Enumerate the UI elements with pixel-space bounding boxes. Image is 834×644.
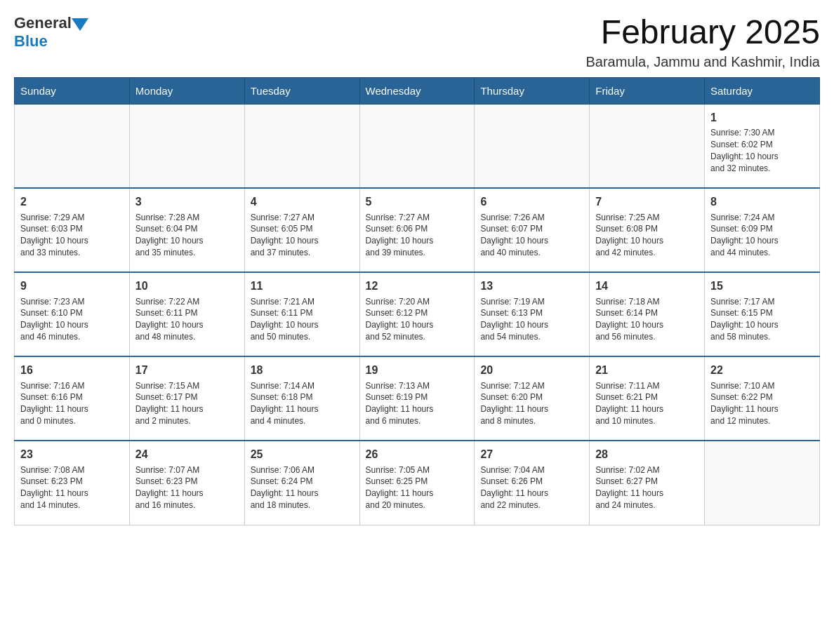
day-number: 18 — [251, 363, 354, 378]
day-number: 20 — [480, 363, 583, 378]
calendar-cell: 15Sunrise: 7:17 AM Sunset: 6:15 PM Dayli… — [705, 272, 820, 356]
day-number: 9 — [20, 279, 124, 294]
weekday-header-friday: Friday — [590, 77, 705, 104]
day-info: Sunrise: 7:19 AM Sunset: 6:13 PM Dayligh… — [480, 296, 583, 343]
day-info: Sunrise: 7:29 AM Sunset: 6:03 PM Dayligh… — [20, 212, 124, 259]
day-info: Sunrise: 7:05 AM Sunset: 6:25 PM Dayligh… — [366, 464, 469, 511]
day-info: Sunrise: 7:06 AM Sunset: 6:24 PM Dayligh… — [251, 464, 354, 511]
day-info: Sunrise: 7:16 AM Sunset: 6:16 PM Dayligh… — [20, 380, 124, 427]
logo-general: General — [14, 14, 72, 32]
day-info: Sunrise: 7:18 AM Sunset: 6:14 PM Dayligh… — [595, 296, 699, 343]
title-block: February 2025 Baramula, Jammu and Kashmi… — [586, 14, 821, 70]
day-number: 4 — [251, 194, 354, 210]
calendar-cell: 18Sunrise: 7:14 AM Sunset: 6:18 PM Dayli… — [244, 356, 359, 441]
day-info: Sunrise: 7:20 AM Sunset: 6:12 PM Dayligh… — [366, 296, 469, 343]
day-number: 7 — [595, 194, 699, 210]
day-number: 2 — [20, 194, 124, 210]
day-number: 5 — [366, 194, 469, 210]
day-number: 27 — [480, 447, 583, 462]
day-number: 24 — [135, 447, 239, 462]
day-number: 11 — [251, 279, 354, 294]
day-info: Sunrise: 7:23 AM Sunset: 6:10 PM Dayligh… — [20, 296, 124, 343]
calendar-cell: 6Sunrise: 7:26 AM Sunset: 6:07 PM Daylig… — [475, 188, 590, 272]
month-title: February 2025 — [586, 14, 821, 51]
weekday-header-tuesday: Tuesday — [244, 77, 359, 104]
day-info: Sunrise: 7:30 AM Sunset: 6:02 PM Dayligh… — [710, 127, 814, 174]
calendar-cell — [129, 104, 244, 188]
logo-blue: Blue — [14, 32, 48, 50]
day-number: 17 — [135, 363, 239, 378]
day-info: Sunrise: 7:14 AM Sunset: 6:18 PM Dayligh… — [251, 380, 354, 427]
day-info: Sunrise: 7:21 AM Sunset: 6:11 PM Dayligh… — [251, 296, 354, 343]
calendar-week-row: 2Sunrise: 7:29 AM Sunset: 6:03 PM Daylig… — [15, 188, 820, 272]
day-number: 6 — [480, 194, 583, 210]
weekday-header-monday: Monday — [129, 77, 244, 104]
day-info: Sunrise: 7:07 AM Sunset: 6:23 PM Dayligh… — [135, 464, 239, 511]
calendar-cell — [705, 441, 820, 525]
day-number: 15 — [710, 279, 814, 294]
calendar-week-row: 9Sunrise: 7:23 AM Sunset: 6:10 PM Daylig… — [15, 272, 820, 356]
day-info: Sunrise: 7:08 AM Sunset: 6:23 PM Dayligh… — [20, 464, 124, 511]
day-info: Sunrise: 7:04 AM Sunset: 6:26 PM Dayligh… — [480, 464, 583, 511]
page-header: General Blue February 2025 Baramula, Jam… — [14, 14, 820, 70]
day-info: Sunrise: 7:12 AM Sunset: 6:20 PM Dayligh… — [480, 380, 583, 427]
day-info: Sunrise: 7:28 AM Sunset: 6:04 PM Dayligh… — [135, 212, 239, 259]
calendar-cell: 16Sunrise: 7:16 AM Sunset: 6:16 PM Dayli… — [15, 356, 130, 441]
day-number: 16 — [20, 363, 124, 378]
day-number: 14 — [595, 279, 699, 294]
calendar-cell: 2Sunrise: 7:29 AM Sunset: 6:03 PM Daylig… — [15, 188, 130, 272]
calendar-cell: 27Sunrise: 7:04 AM Sunset: 6:26 PM Dayli… — [475, 441, 590, 525]
calendar-cell: 1Sunrise: 7:30 AM Sunset: 6:02 PM Daylig… — [705, 104, 820, 188]
calendar-week-row: 23Sunrise: 7:08 AM Sunset: 6:23 PM Dayli… — [15, 441, 820, 525]
calendar-cell: 17Sunrise: 7:15 AM Sunset: 6:17 PM Dayli… — [129, 356, 244, 441]
day-info: Sunrise: 7:13 AM Sunset: 6:19 PM Dayligh… — [366, 380, 469, 427]
day-info: Sunrise: 7:02 AM Sunset: 6:27 PM Dayligh… — [595, 464, 699, 511]
day-info: Sunrise: 7:24 AM Sunset: 6:09 PM Dayligh… — [710, 212, 814, 259]
day-number: 1 — [710, 110, 814, 126]
calendar-cell — [15, 104, 130, 188]
day-info: Sunrise: 7:11 AM Sunset: 6:21 PM Dayligh… — [595, 380, 699, 427]
weekday-header-sunday: Sunday — [15, 77, 130, 104]
calendar-cell: 14Sunrise: 7:18 AM Sunset: 6:14 PM Dayli… — [590, 272, 705, 356]
day-number: 13 — [480, 279, 583, 294]
weekday-header-saturday: Saturday — [705, 77, 820, 104]
weekday-header-wednesday: Wednesday — [359, 77, 475, 104]
calendar-cell: 21Sunrise: 7:11 AM Sunset: 6:21 PM Dayli… — [590, 356, 705, 441]
calendar-cell: 22Sunrise: 7:10 AM Sunset: 6:22 PM Dayli… — [705, 356, 820, 441]
day-info: Sunrise: 7:15 AM Sunset: 6:17 PM Dayligh… — [135, 380, 239, 427]
calendar-cell: 13Sunrise: 7:19 AM Sunset: 6:13 PM Dayli… — [475, 272, 590, 356]
calendar-week-row: 1Sunrise: 7:30 AM Sunset: 6:02 PM Daylig… — [15, 104, 820, 188]
calendar-cell — [359, 104, 475, 188]
day-info: Sunrise: 7:10 AM Sunset: 6:22 PM Dayligh… — [710, 380, 814, 427]
calendar-cell: 5Sunrise: 7:27 AM Sunset: 6:06 PM Daylig… — [359, 188, 475, 272]
calendar-cell: 9Sunrise: 7:23 AM Sunset: 6:10 PM Daylig… — [15, 272, 130, 356]
day-info: Sunrise: 7:27 AM Sunset: 6:06 PM Dayligh… — [366, 212, 469, 259]
calendar-cell: 4Sunrise: 7:27 AM Sunset: 6:05 PM Daylig… — [244, 188, 359, 272]
calendar-cell — [244, 104, 359, 188]
day-number: 19 — [366, 363, 469, 378]
calendar-cell: 8Sunrise: 7:24 AM Sunset: 6:09 PM Daylig… — [705, 188, 820, 272]
day-info: Sunrise: 7:17 AM Sunset: 6:15 PM Dayligh… — [710, 296, 814, 343]
day-number: 10 — [135, 279, 239, 294]
calendar-table: SundayMondayTuesdayWednesdayThursdayFrid… — [14, 77, 820, 525]
calendar-cell: 12Sunrise: 7:20 AM Sunset: 6:12 PM Dayli… — [359, 272, 475, 356]
calendar-cell — [475, 104, 590, 188]
weekday-header-row: SundayMondayTuesdayWednesdayThursdayFrid… — [15, 77, 820, 104]
day-number: 28 — [595, 447, 699, 462]
day-number: 21 — [595, 363, 699, 378]
calendar-cell: 24Sunrise: 7:07 AM Sunset: 6:23 PM Dayli… — [129, 441, 244, 525]
calendar-cell: 11Sunrise: 7:21 AM Sunset: 6:11 PM Dayli… — [244, 272, 359, 356]
day-number: 12 — [366, 279, 469, 294]
day-info: Sunrise: 7:22 AM Sunset: 6:11 PM Dayligh… — [135, 296, 239, 343]
weekday-header-thursday: Thursday — [475, 77, 590, 104]
calendar-cell: 7Sunrise: 7:25 AM Sunset: 6:08 PM Daylig… — [590, 188, 705, 272]
day-info: Sunrise: 7:25 AM Sunset: 6:08 PM Dayligh… — [595, 212, 699, 259]
calendar-cell: 26Sunrise: 7:05 AM Sunset: 6:25 PM Dayli… — [359, 441, 475, 525]
day-number: 3 — [135, 194, 239, 210]
day-info: Sunrise: 7:27 AM Sunset: 6:05 PM Dayligh… — [251, 212, 354, 259]
day-number: 22 — [710, 363, 814, 378]
logo-triangle-icon — [72, 18, 88, 31]
day-number: 8 — [710, 194, 814, 210]
day-info: Sunrise: 7:26 AM Sunset: 6:07 PM Dayligh… — [480, 212, 583, 259]
calendar-cell: 25Sunrise: 7:06 AM Sunset: 6:24 PM Dayli… — [244, 441, 359, 525]
